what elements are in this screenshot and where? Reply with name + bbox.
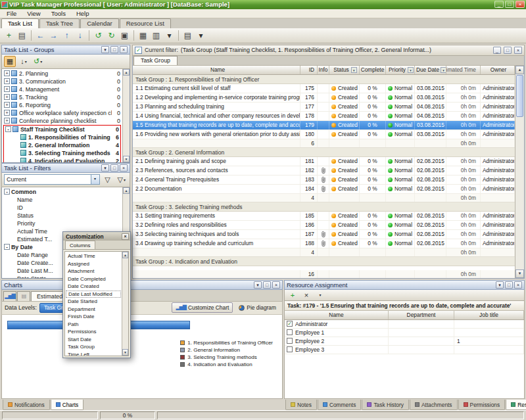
- column-header-due-date[interactable]: Due Date▾: [415, 66, 446, 74]
- bottom-tab-comments[interactable]: Comments: [318, 400, 362, 410]
- dialog-column-item[interactable]: Date Created: [66, 283, 121, 291]
- remove-assignment-button[interactable]: ×: [300, 289, 312, 300]
- customization-dialog[interactable]: Customization × Columns Actual TimeAssig…: [62, 231, 131, 358]
- task-area-close-icon[interactable]: ×: [514, 47, 522, 54]
- bottom-tab-resource-assignment[interactable]: Resource Assignment: [506, 400, 526, 410]
- dialog-close-button[interactable]: ×: [122, 233, 129, 240]
- filter-options-button[interactable]: ▽▾: [116, 174, 128, 185]
- add-assignment-button[interactable]: +: [287, 289, 299, 300]
- filter-item[interactable]: Name: [3, 196, 122, 204]
- group-tree-item[interactable]: +6. Reporting0: [3, 101, 122, 109]
- column-header-priority[interactable]: Priority▾: [386, 66, 415, 74]
- task-group-header-row[interactable]: Task Group : 3. Selecting Training metho…: [133, 202, 515, 212]
- dialog-column-item[interactable]: Attachment: [66, 268, 121, 275]
- task-row[interactable]: 3.4 Drawing up training schedule and cur…: [133, 239, 515, 248]
- edit-filter-button[interactable]: ▽: [102, 174, 114, 185]
- filter-item[interactable]: Priority: [3, 220, 122, 227]
- move-down-button[interactable]: ↓: [74, 29, 86, 41]
- task-group-header-row[interactable]: Task Group : 4. Indication and Evaluatio…: [133, 257, 515, 266]
- dialog-column-item[interactable]: Date Started: [66, 298, 121, 306]
- group-tree-item[interactable]: 3. Selecting Training methods4: [4, 149, 120, 157]
- column-header-owner[interactable]: Owner: [481, 66, 515, 74]
- menu-tools[interactable]: Tools: [46, 9, 71, 18]
- scroll-up-icon[interactable]: ▲: [515, 66, 524, 74]
- task-row[interactable]: 1.1 Estimating current skill level of st…: [133, 84, 515, 93]
- filters-panel-close-icon[interactable]: ×: [120, 164, 128, 172]
- group-tree-item[interactable]: +5. Tracking0: [3, 93, 122, 101]
- task-row[interactable]: 2.4 General Training Prerequisites183Cre…: [133, 175, 515, 185]
- resource-row[interactable]: ✓Administrator: [285, 320, 524, 329]
- filter-item[interactable]: Status: [3, 212, 122, 220]
- task-group-tab[interactable]: Task Group: [133, 56, 178, 65]
- filter-preset-select[interactable]: Current▾: [4, 174, 100, 185]
- task-row[interactable]: 3.1 Setting training requirements185Crea…: [133, 212, 515, 221]
- scroll-up-icon[interactable]: ▲: [123, 187, 130, 194]
- group-tree-item[interactable]: +Conference planning checklist0: [3, 117, 122, 125]
- filters-panel-menu-icon[interactable]: ▾: [101, 164, 109, 172]
- maximize-button[interactable]: □: [505, 1, 514, 8]
- dialog-column-item[interactable]: Date Last Modified: [66, 291, 121, 298]
- move-right-button[interactable]: →: [47, 29, 60, 41]
- scrollbar-thumb[interactable]: [516, 75, 523, 117]
- bottom-tab-notifications[interactable]: Notifications: [3, 400, 50, 410]
- charts-panel-menu-icon[interactable]: ▾: [254, 281, 262, 289]
- tab-calendar[interactable]: Calendar: [80, 18, 119, 28]
- groups-panel-close-icon[interactable]: ×: [120, 46, 128, 53]
- resource-panel-close-icon[interactable]: ×: [514, 281, 522, 289]
- resource-panel-float-icon[interactable]: □: [505, 281, 513, 289]
- tab-task-tree[interactable]: Task Tree: [39, 18, 80, 28]
- show-task-list-button[interactable]: ▦: [4, 56, 16, 67]
- group-tree-item[interactable]: +3. Communication0: [3, 78, 122, 85]
- dialog-column-item[interactable]: Assigned: [66, 260, 121, 268]
- expand-icon[interactable]: +: [4, 70, 10, 76]
- move-up-button[interactable]: ↑: [60, 29, 73, 41]
- assignment-checkbox[interactable]: [287, 329, 293, 335]
- resource-panel-menu-icon[interactable]: ▾: [496, 281, 504, 289]
- tab-task-list[interactable]: Task List: [1, 18, 39, 28]
- dialog-column-item[interactable]: Task Group: [66, 343, 121, 351]
- task-row[interactable]: 2.3 References, sources and contacts182C…: [133, 166, 515, 175]
- bottom-tab-attachments[interactable]: Attachments: [410, 400, 458, 410]
- group-tree-item[interactable]: 1. Responsibilities of Training Officer6: [4, 133, 120, 141]
- expand-icon[interactable]: -: [5, 126, 11, 132]
- view-table-button[interactable]: ▦: [137, 29, 149, 41]
- task-area-maximize-icon[interactable]: □: [504, 47, 512, 54]
- dialog-column-item[interactable]: Start Date: [66, 336, 121, 344]
- dialog-column-item[interactable]: Permissions: [66, 328, 121, 336]
- filter-dropdown-icon[interactable]: ▾: [408, 67, 414, 73]
- bottom-tab-permissions[interactable]: Permissions: [458, 400, 506, 410]
- dialog-column-item[interactable]: Date Completed: [66, 275, 121, 283]
- chart-legend-button[interactable]: ▤: [17, 291, 30, 301]
- bottom-tab-task-history[interactable]: Task History: [362, 400, 409, 410]
- view-options-dropdown[interactable]: ▾: [163, 29, 176, 41]
- dialog-column-item[interactable]: Department: [66, 306, 121, 314]
- task-row[interactable]: 1.2 Developing and implementing in-servi…: [133, 93, 515, 103]
- charts-panel-float-icon[interactable]: □: [263, 281, 271, 289]
- new-task-button[interactable]: +: [3, 29, 15, 41]
- task-row[interactable]: 2.1 Defining training goals and scope181…: [133, 157, 515, 166]
- dialog-column-item[interactable]: Actual Time: [66, 252, 121, 260]
- resource-column-header-job-title[interactable]: Job title: [454, 311, 524, 319]
- task-table-scrollbar[interactable]: ▲ ▼: [515, 66, 524, 278]
- group-tree-item[interactable]: 4. Indication and Evaluation2: [4, 157, 120, 163]
- expand-icon[interactable]: +: [4, 94, 10, 100]
- pie-diagram-button[interactable]: Pie diagram: [235, 302, 279, 313]
- task-group-header-row[interactable]: Task Group : 2. General Information: [133, 148, 515, 157]
- task-row[interactable]: 1.4 Using financial, technical and other…: [133, 112, 515, 121]
- minimize-button[interactable]: _: [494, 1, 504, 8]
- expand-icon[interactable]: +: [4, 78, 10, 84]
- expand-icon[interactable]: +: [4, 102, 10, 108]
- refresh-groups-button[interactable]: ↺▾: [32, 56, 44, 67]
- chart-type-bar-button[interactable]: ▂▅▇: [3, 291, 16, 301]
- task-row[interactable]: 3.2 Defining roles and responsibilities1…: [133, 221, 515, 230]
- menu-view[interactable]: View: [22, 9, 45, 18]
- task-row[interactable]: 2.2 Documentation184Created0 %Normal02.0…: [133, 185, 515, 194]
- resource-column-header-name[interactable]: Name: [285, 311, 389, 319]
- scroll-down-icon[interactable]: ▼: [122, 349, 128, 356]
- task-row[interactable]: 1.6 Providing new workers with general o…: [133, 130, 515, 139]
- assignment-checkbox[interactable]: [287, 338, 293, 344]
- titlebar[interactable]: VIP Task Manager Professional [ User: Ad…: [0, 0, 526, 9]
- menu-help[interactable]: Help: [71, 9, 95, 18]
- groups-panel-menu-icon[interactable]: ▾: [101, 46, 109, 53]
- bottom-tab-charts[interactable]: Charts: [51, 400, 84, 410]
